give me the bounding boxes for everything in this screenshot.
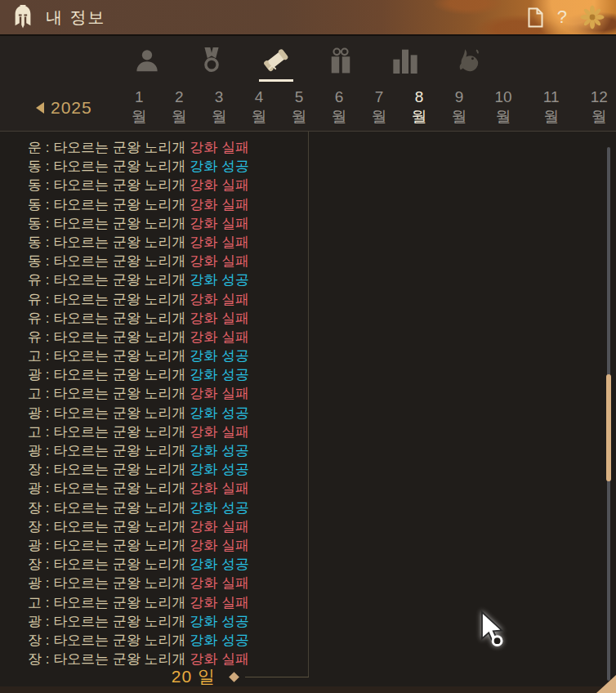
log-entry: 운 : 타오르는 군왕 노리개 강화 실패: [28, 138, 308, 157]
log-entry: 동 : 타오르는 군왕 노리개 강화 실패: [28, 214, 308, 233]
log-entry: 장 : 타오르는 군왕 노리개 강화 성공: [28, 460, 308, 479]
month-tab-1월[interactable]: 1월: [127, 87, 152, 129]
log-entry-item: 고 : 타오르는 군왕 노리개: [28, 595, 190, 610]
log-entry: 고 : 타오르는 군왕 노리개 강화 성공: [28, 346, 308, 365]
log-entry-result-fail: 강화 실패: [190, 197, 249, 212]
titlebar-actions: ?: [527, 5, 605, 29]
log-entry-result-fail: 강화 실패: [190, 386, 249, 401]
log-entry-result-success: 강화 성공: [190, 500, 249, 516]
tab-profile[interactable]: [133, 44, 161, 77]
log-entry-item: 운 : 타오르는 군왕 노리개: [28, 140, 190, 155]
tab-collection[interactable]: [456, 44, 484, 77]
log-entry: 광 : 타오르는 군왕 노리개 강화 성공: [28, 365, 308, 384]
log-entry-result-fail: 강화 실패: [190, 235, 249, 250]
log-entry-item: 유 : 타오르는 군왕 노리개: [28, 311, 190, 326]
log-entry-item: 동 : 타오르는 군왕 노리개: [28, 177, 190, 193]
month-tab-2월[interactable]: 2월: [167, 87, 192, 129]
log-entry-item: 유 : 타오르는 군왕 노리개: [28, 272, 190, 288]
tab-achievements[interactable]: [198, 44, 225, 77]
day-marker: 20 일: [0, 664, 309, 689]
month-tab-4월[interactable]: 4월: [247, 87, 272, 129]
log-entry: 장 : 타오르는 군왕 노리개 강화 실패: [28, 517, 308, 536]
log-entry-item: 광 : 타오르는 군왕 노리개: [28, 367, 190, 382]
log-entry-item: 동 : 타오르는 군왕 노리개: [28, 197, 190, 212]
log-entry: 동 : 타오르는 군왕 노리개 강화 실패: [28, 252, 308, 270]
log-entry-item: 동 : 타오르는 군왕 노리개: [28, 159, 190, 174]
month-tab-12월[interactable]: 12월: [583, 87, 616, 129]
year-nav: 2025: [36, 98, 92, 118]
log-entry-item: 동 : 타오르는 군왕 노리개: [28, 235, 190, 250]
memo-icon[interactable]: [527, 7, 544, 28]
log-entry: 동 : 타오르는 군왕 노리개 강화 성공: [28, 157, 308, 176]
bar-chart-icon: [392, 47, 418, 74]
log-entry-item: 광 : 타오르는 군왕 노리개: [28, 405, 190, 421]
log-entry-item: 광 : 타오르는 군왕 노리개: [28, 614, 190, 629]
log-entry-item: 광 : 타오르는 군왕 노리개: [28, 575, 190, 591]
month-tab-10월[interactable]: 10월: [486, 87, 520, 129]
log-entry: 유 : 타오르는 군왕 노리개 강화 성공: [28, 270, 308, 289]
tab-rewards[interactable]: [327, 44, 355, 77]
window-bottom-border: [0, 686, 616, 693]
log-entry-result-fail: 강화 실패: [190, 424, 249, 440]
log-entry: 장 : 타오르는 군왕 노리개 강화 성공: [28, 499, 308, 517]
log-entry-result-fail: 강화 실패: [190, 575, 249, 591]
person-icon: [134, 47, 160, 74]
log-entry: 유 : 타오르는 군왕 노리개 강화 실패: [28, 290, 308, 309]
log-entry-item: 장 : 타오르는 군왕 노리개: [28, 462, 190, 477]
diamond-marker-icon: [229, 672, 239, 682]
log-entry-item: 고 : 타오르는 군왕 노리개: [28, 424, 190, 440]
log-entry: 동 : 타오르는 군왕 노리개 강화 실패: [28, 195, 308, 214]
log-entry-result-fail: 강화 실패: [190, 140, 249, 155]
tab-statistics[interactable]: [391, 44, 419, 77]
pane-divider: [308, 132, 309, 677]
month-tab-11월[interactable]: 11월: [535, 87, 568, 129]
log-entry-result-success: 강화 성공: [190, 614, 249, 629]
log-entry: 동 : 타오르는 군왕 노리개 강화 실패: [28, 176, 308, 194]
day-marker-label: 20 일: [172, 665, 216, 688]
log-entry: 광 : 타오르는 군왕 노리개 강화 성공: [28, 612, 308, 631]
log-entry: 광 : 타오르는 군왕 노리개 강화 성공: [28, 404, 308, 423]
flower-ornament-icon[interactable]: [580, 5, 605, 29]
log-entry-item: 광 : 타오르는 군왕 노리개: [28, 481, 190, 496]
log-entry-result-fail: 강화 실패: [190, 311, 249, 326]
log-entry-item: 동 : 타오르는 군왕 노리개: [28, 253, 190, 269]
log-entry: 광 : 타오르는 군왕 노리개 강화 성공: [28, 441, 308, 460]
log-entry-result-success: 강화 성공: [190, 367, 249, 382]
log-entry-result-success: 강화 성공: [190, 557, 249, 572]
window-title: 내 정보: [46, 7, 106, 29]
month-tab-3월[interactable]: 3월: [207, 87, 232, 129]
month-tab-7월[interactable]: 7월: [367, 87, 392, 129]
log-entry: 고 : 타오르는 군왕 노리개 강화 실패: [28, 423, 308, 441]
month-bar: 2025 1월2월3월4월5월6월7월8월9월10월11월12월: [0, 84, 616, 132]
log-entry-result-fail: 강화 실패: [190, 519, 249, 534]
log-entry: 광 : 타오르는 군왕 노리개 강화 실패: [28, 536, 308, 555]
log-entry: 유 : 타오르는 군왕 노리개 강화 실패: [28, 309, 308, 328]
log-entry-result-success: 강화 성공: [190, 633, 249, 648]
log-entry: 광 : 타오르는 군왕 노리개 강화 실패: [28, 574, 308, 592]
log-entry-item: 장 : 타오르는 군왕 노리개: [28, 633, 190, 648]
month-tab-5월[interactable]: 5월: [287, 87, 312, 129]
log-entry: 동 : 타오르는 군왕 노리개 강화 실패: [28, 233, 308, 252]
month-tab-8월[interactable]: 8월: [407, 87, 432, 129]
tab-bar: [0, 36, 616, 84]
month-tab-6월[interactable]: 6월: [327, 87, 352, 129]
year-label: 2025: [51, 98, 92, 118]
log-entry-result-fail: 강화 실패: [190, 177, 249, 193]
day-marker-line: [245, 677, 309, 677]
corner-resize-handle[interactable]: [596, 675, 616, 693]
log-entry: 유 : 타오르는 군왕 노리개 강화 실패: [28, 328, 308, 346]
log-entry-result-success: 강화 성공: [190, 462, 249, 477]
month-tab-9월[interactable]: 9월: [446, 87, 471, 129]
log-entry-item: 장 : 타오르는 군왕 노리개: [28, 500, 190, 516]
log-entry-item: 고 : 타오르는 군왕 노리개: [28, 348, 190, 364]
fish-icon: [457, 47, 483, 74]
helmet-icon: [11, 5, 34, 29]
scrollbar-thumb[interactable]: [606, 374, 611, 481]
prev-year-arrow-icon[interactable]: [36, 102, 44, 114]
help-icon[interactable]: ?: [556, 8, 569, 26]
log-entry: 장 : 타오르는 군왕 노리개 강화 성공: [28, 555, 308, 574]
tab-history[interactable]: [262, 44, 290, 77]
log-entry-result-fail: 강화 실패: [190, 292, 249, 307]
log-entry-item: 유 : 타오르는 군왕 노리개: [28, 329, 190, 345]
log-entry-result-fail: 강화 실패: [190, 481, 249, 496]
